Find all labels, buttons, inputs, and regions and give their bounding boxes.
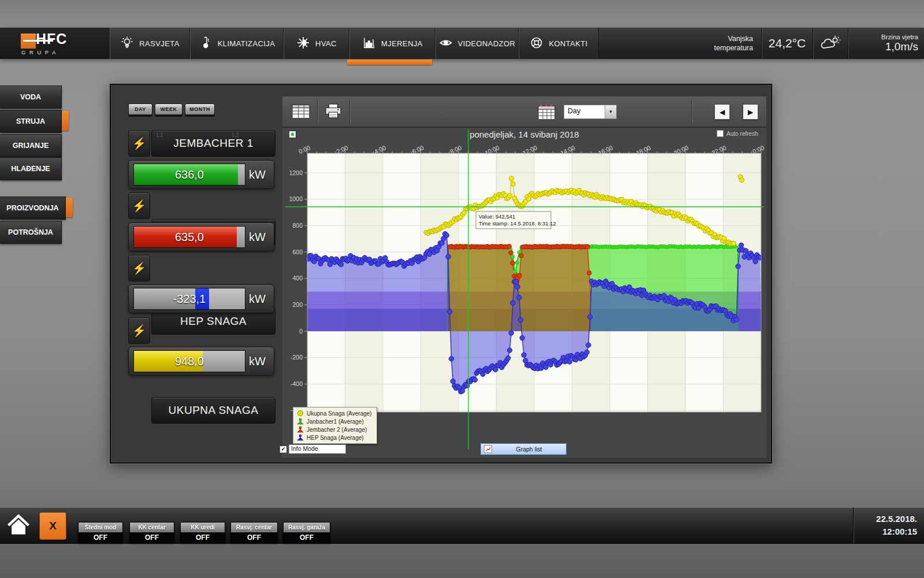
logo-sub: GRUPA <box>21 50 59 55</box>
svg-text:200: 200 <box>292 301 303 308</box>
lifebuoy-icon <box>530 36 543 51</box>
sidebar-item-hladenje[interactable]: HLAĐENJE <box>0 157 62 180</box>
date-label: 22.5.2018. <box>876 513 917 525</box>
toggle-state: OFF <box>79 532 122 542</box>
arrow-left-icon: ◀ <box>720 108 725 116</box>
nav-videonadzor[interactable]: VIDEONADZOR <box>435 28 519 59</box>
time-label: 12:00:15 <box>882 525 917 538</box>
svg-text:-200: -200 <box>290 354 303 361</box>
lightning-icon: ⚡ <box>128 130 150 157</box>
legend-item-jembacher2[interactable]: Jembacher 2 (Average) <box>297 425 377 433</box>
sidebar-active-tab-struja <box>62 111 69 131</box>
sidebar-item-potrosnja[interactable]: POTROŠNJA <box>0 221 62 244</box>
snowflake-fan-icon <box>296 36 310 51</box>
prev-button[interactable]: ◀ <box>714 104 730 120</box>
outside-temp-label: Vanjska temperatura <box>599 28 761 59</box>
nav-rasvjeta[interactable]: RASVJETA <box>110 28 190 59</box>
arrow-right-icon: ▶ <box>748 108 753 116</box>
meter-bar-jembacher1: 636,0 kW <box>128 160 274 189</box>
svg-text:800: 800 <box>292 222 303 229</box>
svg-text:400: 400 <box>292 275 303 281</box>
lightning-icon: ⚡ <box>128 192 150 219</box>
sidebar-item-struja[interactable]: STRUJA <box>0 110 62 133</box>
close-button[interactable]: X <box>39 512 66 540</box>
meter-title-ukupna: UKUPNA SNAGA <box>151 397 275 424</box>
nav-kontakti[interactable]: KONTAKTI <box>519 28 599 59</box>
bar-track: 636,0 <box>133 164 245 186</box>
unit-label: kW <box>245 292 269 306</box>
wind-value: 1,0m/s <box>881 40 918 53</box>
toggle-rasvj-centar[interactable]: Rasvj. centar OFF <box>230 522 278 543</box>
nav-klimatizacija[interactable]: KLIMATIZACIJA <box>190 28 284 59</box>
tag-l1: L1 <box>157 132 163 138</box>
table-view-button[interactable] <box>290 103 311 120</box>
scada-screen: HFC GRUPA RASVJETA KLIMATIZACIJA HVAC MJ… <box>0 0 924 578</box>
toolbar-separator <box>691 100 692 123</box>
bulb-icon <box>120 36 134 51</box>
person-swatch <box>297 426 304 433</box>
info-mode-checkbox[interactable]: ✔ Info Mode <box>280 444 346 454</box>
info-mode-field: Info Mode <box>289 444 346 454</box>
nav-label: VIDEONADZOR <box>458 39 516 48</box>
toggle-state: OFF <box>130 532 174 542</box>
toggle-rasvj-garaza[interactable]: Rasvj. garaža OFF <box>283 522 330 543</box>
sidebar-item-voda[interactable]: VODA <box>0 86 62 109</box>
bar-chart-icon <box>362 36 376 51</box>
toggle-kk-centar[interactable]: KK centar OFF <box>129 522 174 543</box>
nav-mjerenja[interactable]: MJERENJA <box>349 28 435 59</box>
toolbar-separator <box>317 100 318 123</box>
svg-text:Time stamp: 14.5.2018. 8:31:12: Time stamp: 14.5.2018. 8:31:12 <box>479 220 556 227</box>
weather-icon <box>813 28 848 59</box>
circle-swatch <box>297 410 304 417</box>
bar-track: 635,0 <box>133 226 245 248</box>
eye-icon <box>439 36 453 51</box>
toggle-state: OFF <box>231 532 277 542</box>
unit-label: kW <box>245 355 269 368</box>
bar-track: -323,1 <box>133 288 245 310</box>
person-swatch <box>297 434 304 441</box>
datetime-display: 22.5.2018. 12:00:15 <box>853 507 924 543</box>
home-button[interactable] <box>5 511 32 539</box>
checkbox-checked-icon: ✔ <box>280 446 287 453</box>
home-icon <box>6 512 31 538</box>
chart-title: ponedjeljak, 14 svibanj 2018 <box>289 129 760 139</box>
svg-text:Value: 942,541: Value: 942,541 <box>479 213 515 220</box>
person-swatch <box>297 418 304 425</box>
meter-value: -323,1 <box>134 288 245 309</box>
sidebar-item-proizvodnja[interactable]: PROIZVODNJA <box>0 197 66 220</box>
legend-item-hep[interactable]: HEP Snaga (Average) <box>297 433 377 442</box>
sidebar-active-tab-proizvodnja <box>66 198 73 217</box>
lightning-icon: ⚡ <box>128 255 150 281</box>
outside-temp-value: 24,2°C <box>761 28 813 59</box>
bar-track: 948,0 <box>133 350 245 372</box>
toggle-stedni-mod[interactable]: Štedni mod OFF <box>78 522 123 543</box>
svg-text:0: 0 <box>299 328 303 335</box>
nav-label: MJERENJA <box>381 39 423 48</box>
print-button[interactable] <box>323 103 344 120</box>
meter-bar-hep: -323,1 kW <box>128 284 274 313</box>
nav-label: HVAC <box>315 39 337 48</box>
sidebar-item-grijanje[interactable]: GRIJANJE <box>0 134 62 157</box>
hfc-logo: HFC GRUPA <box>0 28 110 59</box>
graph-list-button[interactable]: Graph list <box>480 443 567 455</box>
legend-item-ukupna[interactable]: Ukupna Snaga (Average) <box>297 409 377 417</box>
svg-text:-400: -400 <box>290 380 303 387</box>
graph-file-icon <box>484 445 492 453</box>
nav-hvac[interactable]: HVAC <box>284 28 349 59</box>
next-button[interactable]: ▶ <box>743 104 758 120</box>
top-nav: HFC GRUPA RASVJETA KLIMATIZACIJA HVAC MJ… <box>0 28 924 59</box>
month-button[interactable]: MONTH <box>185 103 215 115</box>
day-button[interactable]: DAY <box>128 103 152 115</box>
nav-label: KONTAKTI <box>549 39 587 48</box>
period-select[interactable]: Day ▼ <box>564 105 617 119</box>
calendar-button[interactable] <box>536 103 556 120</box>
legend-item-janbacher1[interactable]: Janbacher1 (Average) <box>297 417 377 425</box>
tag-l2: L2 <box>232 132 239 138</box>
wind-label: Brzina vjetra <box>881 34 918 40</box>
svg-text:600: 600 <box>292 249 303 255</box>
week-button[interactable]: WEEK <box>155 103 182 115</box>
checkbox-icon <box>717 130 724 137</box>
auto-refresh-checkbox[interactable]: Auto refresh <box>717 130 758 137</box>
toggle-kk-uredi[interactable]: KK uredi OFF <box>180 522 225 543</box>
active-tab-underline <box>347 60 432 65</box>
